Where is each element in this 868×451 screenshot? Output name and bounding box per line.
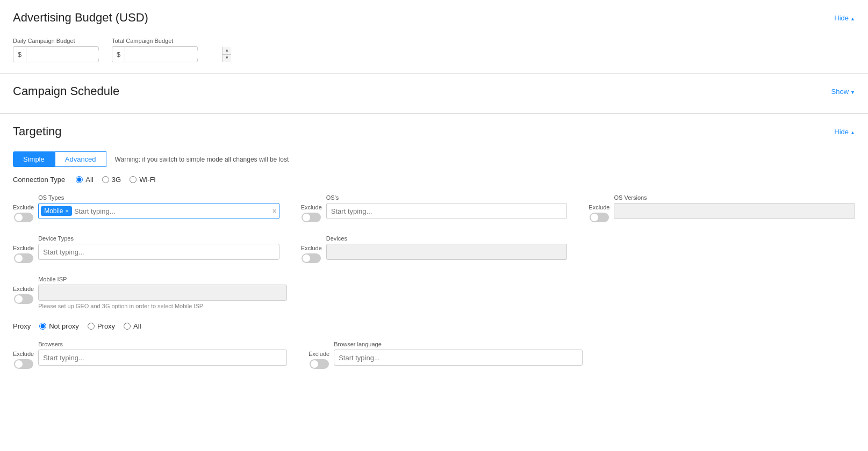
device-types-exclude-label: Exclude xyxy=(13,245,34,251)
os-types-exclude-group: Exclude xyxy=(13,204,34,222)
proxy-proxy[interactable]: Proxy xyxy=(88,322,115,330)
connection-type-3g-radio[interactable] xyxy=(102,176,109,183)
schedule-section-title: Campaign Schedule xyxy=(13,84,119,98)
targeting-mode-buttons: Simple Advanced Warning: if you switch t… xyxy=(13,151,855,167)
budget-hide-arrow-icon xyxy=(850,14,855,22)
connection-type-wifi-radio[interactable] xyxy=(130,176,137,183)
oss-col: Exclude OS's xyxy=(301,194,568,222)
daily-budget-input[interactable] xyxy=(26,50,123,59)
proxy-proxy-radio[interactable] xyxy=(88,323,95,330)
oss-field-label: OS's xyxy=(326,194,568,201)
targeting-hide-toggle[interactable]: Hide xyxy=(834,128,855,136)
os-types-text-input[interactable] xyxy=(72,207,277,215)
devices-input-group: Devices xyxy=(326,235,568,260)
schedule-show-arrow-icon xyxy=(850,88,855,96)
targeting-hide-arrow-icon xyxy=(850,128,855,136)
os-versions-input-group: OS Versions xyxy=(614,194,855,219)
total-budget-decrement[interactable]: ▼ xyxy=(223,55,231,62)
budget-fields: Daily Campaign Budget $ ▲ ▼ Total Campai… xyxy=(13,38,855,62)
browsers-exclude-toggle[interactable] xyxy=(14,359,33,369)
proxy-all[interactable]: All xyxy=(124,322,141,330)
devices-exclude-label: Exclude xyxy=(301,245,322,251)
proxy-not-proxy-radio[interactable] xyxy=(39,323,46,330)
total-budget-input[interactable] xyxy=(125,50,222,59)
proxy-radio-group: Not proxy Proxy All xyxy=(39,322,141,330)
devices-exclude-toggle[interactable] xyxy=(302,253,321,263)
total-budget-spinners: ▲ ▼ xyxy=(222,47,231,62)
device-types-input[interactable] xyxy=(38,244,279,260)
os-types-tag-close[interactable]: × xyxy=(66,208,69,214)
mobile-isp-toggle-thumb xyxy=(15,295,23,303)
os-types-exclude-toggle[interactable] xyxy=(14,213,33,222)
browsers-toggle-thumb xyxy=(15,360,23,368)
simple-mode-button[interactable]: Simple xyxy=(13,151,55,167)
os-types-tag-input[interactable]: Mobile × × xyxy=(38,203,279,219)
os-versions-toggle-thumb xyxy=(591,214,598,221)
connection-type-wifi[interactable]: Wi-Fi xyxy=(130,176,155,184)
browser-language-input-group: Browser language xyxy=(334,341,583,366)
oss-exclude-group: Exclude xyxy=(301,204,322,222)
os-types-clear-btn[interactable]: × xyxy=(272,207,276,215)
oss-input[interactable] xyxy=(326,203,568,219)
oss-exclude-toggle[interactable] xyxy=(302,213,321,222)
mobile-isp-input-group: Mobile ISP Please set up GEO and 3G opti… xyxy=(38,276,287,309)
advanced-mode-button[interactable]: Advanced xyxy=(55,151,106,167)
device-targeting-row: Exclude Device Types Exclude xyxy=(13,235,855,263)
devices-exclude-group: Exclude xyxy=(301,245,322,263)
device-types-exclude-group: Exclude xyxy=(13,245,34,263)
browser-language-exclude-label: Exclude xyxy=(309,351,329,357)
daily-budget-group: Daily Campaign Budget $ ▲ ▼ xyxy=(13,38,99,62)
device-types-toggle-track xyxy=(14,253,33,263)
os-versions-exclude-toggle[interactable] xyxy=(590,213,609,222)
os-types-toggle-track xyxy=(14,213,33,222)
mobile-isp-field-label: Mobile ISP xyxy=(38,276,287,282)
connection-type-3g[interactable]: 3G xyxy=(102,176,121,184)
browser-language-col: Exclude Browser language xyxy=(309,341,583,369)
browsers-col: Exclude Browsers xyxy=(13,341,287,369)
mobile-isp-exclude-group: Exclude xyxy=(13,286,34,304)
device-types-field-label: Device Types xyxy=(38,235,279,242)
mobile-isp-hint: Please set up GEO and 3G option in order… xyxy=(38,303,287,309)
daily-budget-label: Daily Campaign Budget xyxy=(13,38,99,44)
campaign-schedule-section: Campaign Schedule Show xyxy=(13,84,855,103)
device-types-toggle-thumb xyxy=(15,254,23,262)
browser-language-toggle-thumb xyxy=(311,360,318,368)
proxy-not-proxy[interactable]: Not proxy xyxy=(39,322,79,330)
oss-input-group: OS's xyxy=(326,194,568,219)
device-types-col: Exclude Device Types xyxy=(13,235,279,263)
browser-language-exclude-toggle[interactable] xyxy=(310,359,329,369)
os-types-col: Exclude OS Types Mobile × × xyxy=(13,194,279,222)
targeting-section-header: Targeting Hide xyxy=(13,125,855,143)
browsers-exclude-label: Exclude xyxy=(13,351,34,357)
oss-toggle-thumb xyxy=(303,214,310,221)
total-budget-increment[interactable]: ▲ xyxy=(223,47,231,55)
schedule-show-toggle[interactable]: Show xyxy=(831,88,855,96)
connection-type-all[interactable]: All xyxy=(76,176,93,184)
budget-section-header: Advertising Budget (USD) Hide xyxy=(13,11,855,29)
advertising-budget-section: Advertising Budget (USD) Hide Daily Camp… xyxy=(13,11,855,62)
schedule-divider xyxy=(0,113,868,114)
browsers-input[interactable] xyxy=(38,350,287,366)
proxy-all-radio[interactable] xyxy=(124,323,131,330)
total-budget-prefix: $ xyxy=(112,47,125,62)
os-versions-input xyxy=(614,203,855,219)
connection-type-all-radio[interactable] xyxy=(76,176,83,183)
browser-language-input[interactable] xyxy=(334,350,583,366)
proxy-section: Proxy Not proxy Proxy All xyxy=(13,322,855,330)
connection-type-row: Connection Type All 3G Wi-Fi xyxy=(13,176,855,184)
browsers-input-group: Browsers xyxy=(38,341,287,366)
connection-type-radio-group: All 3G Wi-Fi xyxy=(76,176,155,184)
mobile-isp-exclude-toggle[interactable] xyxy=(14,294,33,304)
device-types-input-group: Device Types xyxy=(38,235,279,260)
schedule-section-header: Campaign Schedule Show xyxy=(13,84,855,103)
device-types-exclude-toggle[interactable] xyxy=(14,253,33,263)
daily-budget-input-wrapper: $ ▲ ▼ xyxy=(13,46,99,62)
os-versions-exclude-group: Exclude xyxy=(589,204,609,222)
devices-col: Exclude Devices xyxy=(301,235,568,263)
budget-hide-toggle[interactable]: Hide xyxy=(834,14,855,22)
oss-exclude-label: Exclude xyxy=(301,204,322,210)
os-types-exclude-label: Exclude xyxy=(13,204,34,210)
budget-divider xyxy=(0,73,868,74)
targeting-section: Targeting Hide Simple Advanced Warning: … xyxy=(13,125,855,369)
proxy-label: Proxy xyxy=(13,322,31,330)
